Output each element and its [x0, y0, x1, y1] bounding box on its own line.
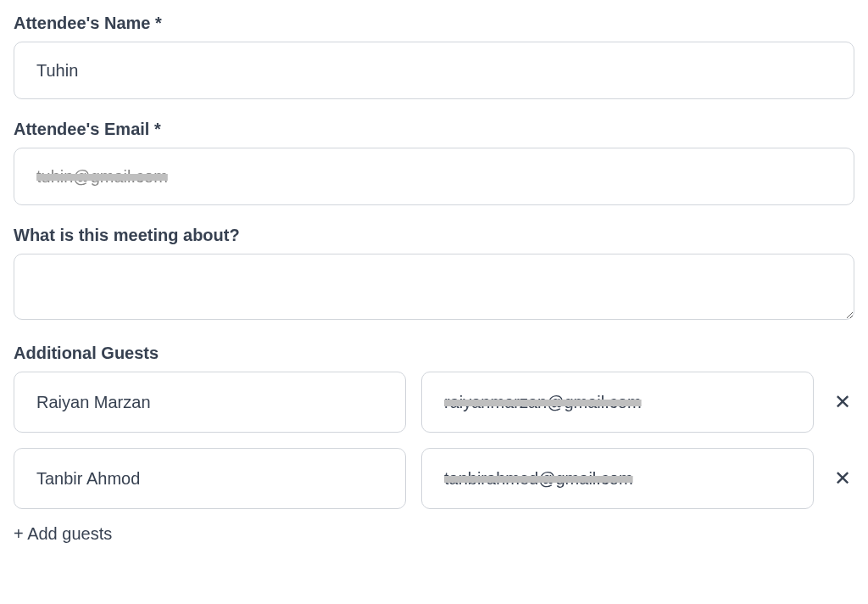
guests-list: ✕ ✕ — [14, 372, 854, 509]
attendee-email-input[interactable] — [14, 148, 854, 205]
attendee-name-label: Attendee's Name * — [14, 14, 854, 33]
close-icon: ✕ — [834, 468, 851, 489]
remove-guest-button[interactable]: ✕ — [831, 467, 854, 490]
guest-name-input[interactable] — [14, 448, 406, 509]
additional-guests-label: Additional Guests — [14, 344, 854, 363]
guest-row: ✕ — [14, 448, 854, 509]
guest-name-input[interactable] — [14, 372, 406, 433]
attendee-name-input[interactable] — [14, 42, 854, 99]
meeting-about-textarea[interactable] — [14, 254, 854, 320]
attendee-email-label: Attendee's Email * — [14, 120, 854, 139]
meeting-about-label: What is this meeting about? — [14, 226, 854, 245]
add-guests-button[interactable]: + Add guests — [14, 524, 112, 544]
remove-guest-button[interactable]: ✕ — [831, 390, 854, 414]
guest-email-input[interactable] — [421, 372, 814, 433]
close-icon: ✕ — [834, 392, 851, 412]
guest-row: ✕ — [14, 372, 854, 433]
guest-email-input[interactable] — [421, 448, 814, 509]
